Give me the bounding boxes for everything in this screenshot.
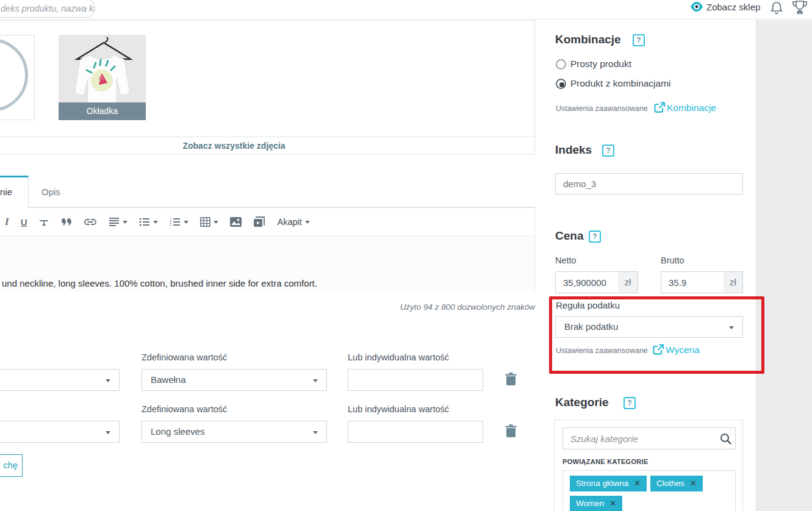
view-all-images-row: Zobacz wszystkie zdjęcia [0, 137, 535, 154]
strikethrough-button[interactable] [38, 215, 49, 229]
defined-value-label-2: Zdefiniowana wartość [142, 404, 227, 414]
add-feature-button[interactable]: chę [0, 454, 23, 477]
remove-tag-icon[interactable]: ✕ [609, 496, 616, 511]
align-button[interactable] [109, 215, 128, 229]
paragraph-format-caret-icon [305, 221, 310, 224]
global-search-input[interactable] [0, 0, 95, 18]
price-help-icon[interactable]: ? [589, 230, 601, 243]
align-caret-icon [123, 221, 128, 224]
numbered-list-button[interactable]: 123 [170, 215, 189, 229]
underline-button[interactable]: U [21, 215, 27, 229]
chevron-down-icon [106, 379, 110, 382]
delete-row-1-trash-icon[interactable] [505, 373, 517, 386]
tab-active-join [0, 207, 28, 208]
cover-image-thumbnail[interactable]: Okładka [59, 35, 146, 120]
category-tag: Women ✕ [570, 496, 622, 511]
chevron-down-icon [313, 431, 318, 434]
net-currency-addon: zł [618, 271, 638, 293]
svg-text:3: 3 [170, 224, 171, 226]
defined-value-select-2[interactable]: Long sleeves [142, 421, 327, 443]
external-link-icon [653, 344, 664, 355]
radio-product-with-combinations[interactable] [556, 79, 566, 89]
chevron-down-icon [106, 431, 110, 434]
image-button[interactable] [230, 215, 242, 229]
tab-description[interactable]: Opis [41, 187, 60, 197]
defined-value-select-1-text: Bawełna [151, 374, 186, 385]
bullet-list-caret-icon [153, 221, 158, 224]
tax-rule-label: Reguła podatku [556, 300, 620, 310]
attribute-select-2[interactable] [0, 421, 120, 443]
gross-price-label: Brutto [661, 255, 684, 265]
custom-value-label-2: Lub indywidualna wartość [348, 404, 449, 414]
price-advanced-label: Ustawienia zaawansowane [556, 346, 648, 355]
reference-help-icon[interactable]: ? [602, 145, 614, 157]
character-counter: Użyto 94 z 800 dozwolonych znaków [230, 302, 535, 312]
combinations-help-icon[interactable]: ? [633, 34, 645, 46]
gross-currency-addon: zł [724, 271, 743, 293]
category-tag-label: Women [576, 496, 604, 511]
custom-value-label-1: Lub indywidualna wartość [348, 352, 449, 362]
page-background-strip [756, 20, 812, 511]
category-tag-label: Clothes [656, 476, 684, 491]
placeholder-ring-icon [0, 38, 28, 112]
cover-badge: Okładka [59, 102, 146, 120]
remove-tag-icon[interactable]: ✕ [634, 476, 641, 491]
remove-tag-icon[interactable]: ✕ [690, 476, 697, 491]
price-title: Cena [555, 229, 583, 243]
chevron-down-icon [313, 379, 318, 382]
radio-product-with-combinations-label: Produkt z kombinacjami [570, 78, 671, 89]
combinations-title: Kombinacje [555, 33, 621, 46]
custom-value-input-2[interactable] [348, 421, 483, 443]
paragraph-format-label: Akapit [277, 217, 301, 227]
notifications-bell-icon[interactable] [771, 1, 783, 16]
table-caret-icon [214, 221, 218, 224]
custom-value-input-1[interactable] [348, 369, 483, 391]
tab-summary-label: nie [0, 187, 12, 197]
category-search-input[interactable] [562, 427, 736, 449]
net-price-input[interactable] [555, 271, 619, 293]
category-tag: Strona główna ✕ [570, 476, 647, 491]
radio-simple-product-label: Prosty produkt [570, 59, 631, 70]
media-button[interactable] [253, 215, 265, 229]
trophy-icon[interactable] [791, 0, 808, 16]
defined-value-label-1: Zdefiniowana wartość [142, 352, 227, 362]
top-bar: Zobacz sklep [0, 0, 812, 20]
categories-title: Kategorie [555, 396, 609, 409]
chevron-down-icon [729, 326, 734, 329]
bullet-list-button[interactable] [139, 215, 158, 229]
italic-button[interactable]: I [5, 215, 9, 229]
combinations-link[interactable]: Kombinacje [667, 102, 716, 113]
radio-simple-product[interactable] [556, 59, 566, 70]
editor-toolbar: I U 123 [0, 208, 534, 237]
associated-categories-label: POWIĄZANE KATEGORIE [562, 458, 649, 465]
reference-input[interactable] [555, 173, 743, 195]
gross-price-input[interactable] [661, 271, 724, 293]
reference-title: Indeks [555, 143, 592, 157]
category-tag-label: Strona główna [576, 476, 628, 491]
attribute-select-1[interactable] [0, 369, 120, 391]
table-button[interactable] [200, 215, 218, 229]
net-price-label: Netto [555, 255, 577, 265]
view-shop-link[interactable]: Zobacz sklep [706, 2, 760, 12]
image-placeholder-tile[interactable] [0, 35, 35, 120]
view-all-images-link[interactable]: Zobacz wszystkie zdjęcia [182, 141, 285, 151]
defined-value-select-2-text: Long sleeves [151, 426, 204, 437]
categories-help-icon[interactable]: ? [623, 397, 636, 409]
defined-value-select-1[interactable]: Bawełna [142, 369, 327, 391]
delete-row-2-trash-icon[interactable] [505, 424, 517, 438]
paragraph-format-dropdown[interactable]: Akapit [277, 215, 309, 229]
tab-strip-underline [29, 176, 535, 207]
pricing-link[interactable]: Wycena [666, 345, 700, 356]
editor-content-area[interactable]: und neckline, long sleeves. 100% cotton,… [0, 237, 534, 291]
numbered-list-caret-icon [184, 221, 189, 224]
category-tag: Clothes ✕ [650, 476, 703, 491]
blockquote-button[interactable] [61, 215, 72, 229]
tax-rule-select[interactable]: Brak podatku [555, 316, 743, 338]
link-button[interactable] [84, 215, 97, 229]
tax-rule-select-text: Brak podatku [564, 321, 618, 332]
product-edit-page: Zobacz sklep Okładka Zob [0, 0, 812, 511]
eye-icon [690, 2, 703, 12]
description-editor: I U 123 [0, 207, 535, 291]
external-link-icon [654, 102, 665, 113]
search-icon[interactable] [720, 433, 731, 445]
